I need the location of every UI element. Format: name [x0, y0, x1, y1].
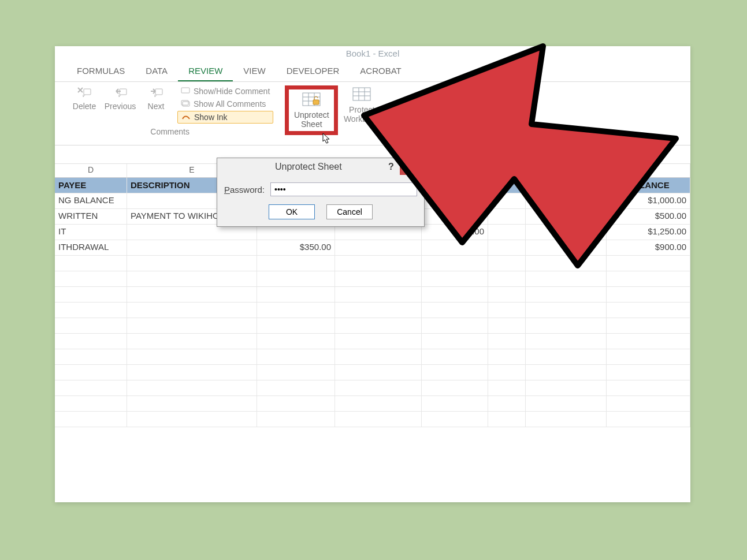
col-header-h[interactable]: H	[422, 164, 488, 178]
cell	[127, 225, 257, 240]
tab-developer[interactable]: DEVELOPER	[276, 62, 350, 81]
table-row	[55, 412, 690, 427]
table-row	[55, 396, 690, 412]
show-ink-button[interactable]: Show Ink	[177, 111, 273, 124]
show-hide-comment-button[interactable]: Show/Hide Comment	[177, 85, 273, 97]
cell[interactable]	[526, 209, 607, 225]
comments-group-label: Comments	[150, 127, 189, 136]
cell[interactable]: $350.00	[257, 240, 335, 256]
ink-icon	[181, 113, 191, 121]
excel-window: Book1 - Excel FORMULAS DATA REVIEW VIEW …	[55, 46, 690, 502]
unprotect-sheet-button[interactable]: Unprotect Sheet	[289, 91, 334, 130]
tab-view[interactable]: VIEW	[233, 62, 276, 81]
dialog-close-button[interactable]	[400, 159, 424, 175]
tab-review[interactable]: REVIEW	[178, 62, 233, 81]
cell[interactable]	[526, 193, 607, 209]
table-row: ITHDRAWAL $350.00 $900.00	[55, 240, 690, 256]
tab-data[interactable]: DATA	[135, 62, 178, 81]
delete-comment-icon	[77, 87, 92, 99]
table-row	[55, 287, 690, 303]
unprotect-sheet-icon	[302, 92, 321, 108]
cell[interactable]	[526, 225, 607, 240]
close-icon	[408, 163, 415, 170]
col-header-k[interactable]: K	[607, 164, 690, 178]
col-header-d[interactable]: D	[55, 164, 127, 178]
svg-rect-2	[155, 89, 162, 95]
tab-acrobat[interactable]: ACROBAT	[350, 62, 411, 81]
cancel-button[interactable]: Cancel	[326, 204, 373, 219]
comments-icon	[181, 100, 190, 108]
previous-comment-button[interactable]: Previous	[102, 85, 138, 112]
cell[interactable]	[526, 240, 607, 256]
protect-workbook-button[interactable]: Protect Workbook	[338, 85, 385, 125]
cell[interactable]	[488, 240, 526, 256]
cell[interactable]	[422, 240, 488, 256]
cell[interactable]: $1,000.00	[607, 193, 690, 209]
comment-icon	[181, 87, 190, 95]
header-credit[interactable]: CREDIT	[422, 178, 488, 193]
cell[interactable]: $750.00	[422, 225, 488, 240]
table-row	[55, 380, 690, 396]
cell[interactable]: $500.00	[607, 209, 690, 225]
table-row	[55, 303, 690, 318]
cell[interactable]	[257, 225, 335, 240]
delete-comment-button[interactable]: Delete	[66, 85, 102, 112]
svg-rect-7	[313, 100, 319, 104]
dialog-title-text: Unprotect Sheet	[275, 162, 342, 172]
svg-rect-0	[84, 89, 91, 95]
ok-button[interactable]: OK	[269, 204, 315, 219]
header-blank[interactable]	[488, 178, 526, 193]
tab-formulas[interactable]: FORMULAS	[66, 62, 135, 81]
unprotect-highlight: Unprotect Sheet	[285, 85, 338, 135]
table-row	[55, 365, 690, 380]
cell[interactable]: NG BALANCE	[55, 193, 127, 209]
table-row	[55, 318, 690, 334]
table-row	[55, 256, 690, 271]
protect-workbook-icon	[352, 87, 371, 103]
svg-rect-8	[353, 88, 370, 100]
table-row: IT $750.00 $1,250.00	[55, 225, 690, 240]
cell[interactable]: $1,250.00	[607, 225, 690, 240]
cell[interactable]: IT	[55, 225, 127, 240]
cell[interactable]: $900.00	[607, 240, 690, 256]
dialog-help-button[interactable]: ?	[382, 162, 400, 172]
cell[interactable]	[488, 209, 526, 225]
table-row	[55, 271, 690, 287]
next-comment-icon	[148, 87, 163, 99]
table-row	[55, 334, 690, 349]
show-all-comments-button[interactable]: Show All Comments	[177, 98, 273, 110]
window-title: Book1 - Excel	[346, 48, 400, 58]
ribbon-group-protect: Unprotect Sheet Protect Workbook	[279, 85, 391, 143]
cell[interactable]: ITHDRAWAL	[55, 240, 127, 256]
cell[interactable]	[335, 240, 422, 256]
col-header-i[interactable]: I	[488, 164, 526, 178]
cell[interactable]	[422, 209, 488, 225]
cell[interactable]	[335, 225, 422, 240]
cell[interactable]	[422, 193, 488, 209]
unprotect-sheet-dialog: Unprotect Sheet ? Password: OK Cancel	[217, 158, 425, 227]
header-blank2[interactable]	[526, 178, 607, 193]
cell[interactable]	[488, 225, 526, 240]
cell[interactable]: WRITTEN	[55, 209, 127, 225]
ribbon: Delete Previous Next Show/Hide Comment	[55, 82, 690, 145]
svg-rect-3	[181, 88, 189, 93]
password-label: Password:	[224, 185, 265, 195]
next-comment-button[interactable]: Next	[138, 85, 174, 112]
dialog-titlebar[interactable]: Unprotect Sheet ?	[217, 158, 424, 176]
header-payee[interactable]: PAYEE	[55, 178, 127, 193]
table-row	[55, 349, 690, 365]
cell[interactable]	[488, 193, 526, 209]
header-balance[interactable]: BALANCE	[607, 178, 690, 193]
ribbon-group-comments: Delete Previous Next Show/Hide Comment	[61, 85, 279, 143]
cell[interactable]	[127, 240, 257, 256]
title-bar: Book1 - Excel	[55, 46, 690, 62]
previous-comment-icon	[113, 87, 128, 99]
ribbon-tabs: FORMULAS DATA REVIEW VIEW DEVELOPER ACRO…	[55, 62, 690, 82]
col-header-j[interactable]	[526, 164, 607, 178]
password-input[interactable]	[270, 182, 417, 196]
